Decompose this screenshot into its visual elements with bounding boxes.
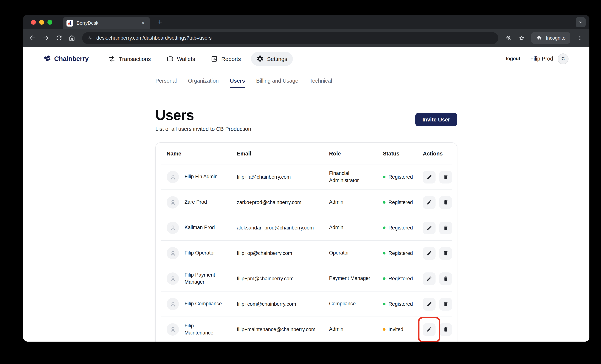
delete-user-button[interactable] [439,298,452,310]
status-badge: Registered [383,301,423,307]
role-text: Payment Manager [329,275,383,282]
bookmark-button[interactable] [515,32,528,44]
reports-icon [211,55,218,62]
user-avatar [167,298,179,310]
edit-user-button[interactable] [423,171,436,183]
edit-user-button[interactable] [423,196,436,209]
status-badge: Registered [383,276,423,281]
user-avatar [167,171,179,183]
name-cell: Kaliman Prod [167,222,237,234]
page-head: Users List of all users invited to CB Pr… [155,107,457,132]
brand-logo[interactable]: Chainberry [43,55,89,63]
back-button[interactable] [27,32,39,44]
minimize-window-button[interactable] [39,20,44,24]
wallet-icon [166,55,173,62]
user-avatar [167,273,179,285]
tab-close-icon[interactable]: × [140,20,146,26]
status-badge: Registered [383,250,423,256]
pencil-icon [426,225,432,231]
actions-cell [423,298,452,310]
browser-menu-button[interactable] [574,32,586,44]
star-icon [518,35,525,41]
zoom-button[interactable] [502,32,515,44]
status-dot [383,201,385,204]
nav-item-settings[interactable]: Settings [251,52,293,66]
screenshot-stage: BerryDesk × + desk.chain [0,0,601,364]
table-header-row: Name Email Role Status Actions [161,143,451,164]
delete-user-button[interactable] [439,171,452,183]
logout-button[interactable]: logout [506,56,520,61]
tab-technical[interactable]: Technical [310,78,332,88]
page-title: Users [155,107,251,123]
person-icon [169,174,176,180]
address-bar[interactable]: desk.chainberry.com/dashboard/settings?t… [82,32,498,44]
column-header-status: Status [383,151,423,156]
incognito-label: Incognito [546,35,566,41]
user-name: Filip Prod [531,56,553,62]
tab-personal[interactable]: Personal [155,78,177,88]
actions-cell [423,323,452,336]
maximize-window-button[interactable] [47,20,52,24]
edit-user-button[interactable] [423,272,436,285]
browser-window: BerryDesk × + desk.chain [23,15,590,342]
forward-button[interactable] [40,32,52,44]
home-button[interactable] [66,32,78,44]
nav-item-wallets[interactable]: Wallets [161,52,200,66]
role-text: Compliance [329,301,383,308]
nav-item-reports[interactable]: Reports [205,52,247,66]
site-favicon-icon [67,20,73,26]
edit-user-button[interactable] [423,298,436,310]
close-window-button[interactable] [31,20,36,24]
user-avatar [167,323,179,336]
nav-label: Settings [267,55,287,62]
delete-user-button[interactable] [439,196,452,209]
user-name-text: Kaliman Prod [185,224,215,231]
role-text: Admin [329,199,383,206]
nav-item-transactions[interactable]: Transactions [103,52,157,66]
tab-organization[interactable]: Organization [188,78,219,88]
table-body: Filip Fin Admin filip+fa@chainberry.com … [161,164,451,342]
trash-icon [443,174,448,180]
email-text: aleksandar+prod@chainberry.com [237,225,329,231]
delete-user-button[interactable] [439,272,452,285]
delete-user-button[interactable] [439,323,452,336]
table-row: Zare Prod zarko+prod@chainberry.com Admi… [161,190,451,215]
nav-label: Reports [221,55,241,62]
user-avatar-chip[interactable]: C [558,53,569,64]
edit-user-button[interactable] [423,323,436,336]
trash-icon [443,200,448,205]
chevron-down-icon [578,20,583,25]
status-dot [383,226,385,229]
person-icon [169,326,176,333]
tab-billing-and-usage[interactable]: Billing and Usage [256,78,299,88]
trash-icon [443,327,448,332]
edit-user-button[interactable] [423,247,436,260]
email-text: filip+op@chainberry.com [237,250,329,256]
delete-user-button[interactable] [439,247,452,260]
brand-name: Chainberry [54,55,89,63]
back-arrow-icon [29,34,36,41]
reload-button[interactable] [53,32,65,44]
name-cell: Zare Prod [167,196,237,209]
settings-tabs: Personal Organization Users Billing and … [155,71,457,88]
new-tab-button[interactable]: + [155,17,165,27]
actions-cell [423,171,452,183]
delete-user-button[interactable] [439,222,452,234]
user-name-text: Filip Operator [185,250,215,257]
browser-toolbar: desk.chainberry.com/dashboard/settings?t… [23,29,590,47]
edit-user-button[interactable] [423,222,436,234]
browser-tab[interactable]: BerryDesk × [63,17,150,29]
user-avatar [167,196,179,209]
invite-user-button[interactable]: Invite User [415,113,457,126]
status-badge: Registered [383,225,423,231]
table-row: Filip Maintenance filip+maintenance@chai… [161,316,451,342]
name-cell: Filip Fin Admin [167,171,237,183]
person-icon [169,275,176,282]
user-avatar [167,247,179,259]
tab-search-chevron-button[interactable] [576,17,586,27]
tab-users[interactable]: Users [230,78,245,88]
user-name-text: Zare Prod [185,199,207,206]
name-cell: Filip Compliance [167,298,237,310]
actions-cell [423,272,452,285]
user-name-text: Filip Maintenance [185,323,222,336]
